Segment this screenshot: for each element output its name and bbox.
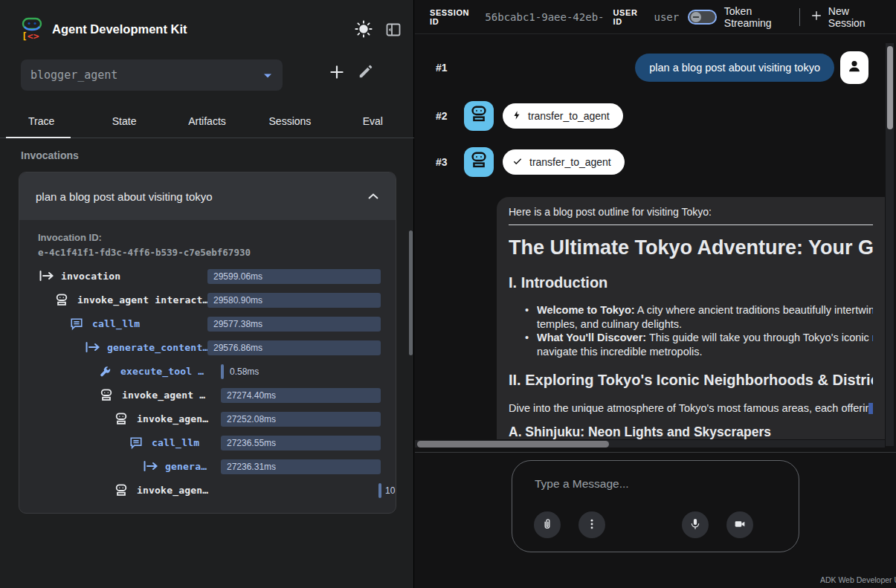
chat-event-agent: #2 transfer_to_agent — [415, 101, 896, 131]
trace-duration-bar — [378, 483, 381, 498]
trace-row[interactable]: generate_content… 29576.86ms — [19, 336, 396, 360]
toggle-knob — [691, 12, 701, 22]
topbar-divider — [799, 8, 800, 26]
message-input[interactable] — [535, 477, 773, 491]
trace-label: generate_content… — [107, 342, 208, 353]
trace-label: call_llm — [92, 318, 140, 329]
chat-viewport: #1 plan a blog post about visiting tokyo… — [415, 34, 896, 452]
sun-icon — [354, 30, 373, 41]
bullet-text: navigate this incredible metropolis. — [537, 345, 873, 359]
check-icon — [512, 156, 523, 169]
videocam-icon — [732, 518, 747, 532]
paragraph-text: Dive into the unique atmosphere of Tokyo… — [509, 402, 873, 414]
event-number: #2 — [436, 110, 455, 122]
enter-arrow-icon — [85, 341, 100, 355]
theme-toggle-button[interactable] — [354, 19, 373, 39]
trace-label: invoke_agent interact… — [77, 294, 209, 306]
trace-row[interactable]: invocation 29599.06ms — [19, 265, 396, 288]
trace-duration-bar: 27274.40ms — [221, 388, 381, 403]
chat-panel: SESSION ID 56bcabc1-9aee-42eb- USER ID u… — [415, 0, 896, 588]
bullet-bold: Welcome to Tokyo: — [537, 304, 635, 316]
chat-event-agent: #3 transfer_to_agent — [415, 147, 896, 177]
intro-bullet-list: Welcome to Tokyo: A city where ancient t… — [525, 303, 873, 358]
trace-duration-text: 0.58ms — [230, 366, 259, 377]
svg-text:[<>: [<> — [22, 30, 39, 41]
chat-event-user: #1 plan a blog post about visiting tokyo — [415, 51, 896, 84]
agent-select[interactable]: blogger_agent — [21, 59, 283, 91]
invocation-title: plan a blog post about visiting tokyo — [36, 190, 213, 203]
function-response-label: transfer_to_agent — [529, 156, 611, 168]
edit-agent-button[interactable] — [358, 63, 374, 80]
trace-label: execute_tool … — [120, 366, 204, 377]
attach-file-button[interactable] — [534, 511, 561, 538]
adk-logo-icon: [<> — [21, 17, 43, 41]
trace-row[interactable]: invoke_agen… 27252.08ms — [19, 407, 396, 431]
message-intro: Here is a blog post outline for visiting… — [509, 206, 873, 218]
robot-icon — [100, 389, 115, 402]
function-response-chip[interactable]: transfer_to_agent — [503, 149, 625, 175]
function-call-chip[interactable]: transfer_to_agent — [503, 103, 623, 129]
trace-row[interactable]: invoke_agent interact… 29580.90ms — [19, 288, 396, 312]
robot-icon — [470, 152, 488, 172]
agent-message-card: Here is a blog post outline for visiting… — [497, 197, 885, 439]
trace-row[interactable]: call_llm 29577.38ms — [19, 312, 396, 336]
chat-vertical-scrollbar-track[interactable] — [886, 43, 894, 446]
left-panel-scrollbar[interactable] — [409, 230, 413, 355]
invocation-card-header[interactable]: plan a blog post about visiting tokyo — [19, 172, 396, 220]
token-streaming-label: Token Streaming — [724, 5, 799, 29]
side-panel-icon — [384, 30, 402, 41]
invocation-id-label: Invocation ID: — [38, 230, 251, 245]
robot-icon — [470, 106, 488, 126]
trace-label: call_llm — [152, 437, 199, 448]
message-input-section: ADK Web Developer UI — [415, 452, 896, 588]
trace-duration-bar: 27236.31ms — [221, 459, 381, 474]
pencil-icon — [358, 71, 374, 82]
tab-eval[interactable]: Eval — [332, 104, 414, 138]
footer-note: ADK Web Developer UI — [820, 575, 896, 584]
chat-bubble-icon — [70, 317, 85, 331]
tab-trace[interactable]: Trace — [0, 104, 83, 138]
trace-panel: [<> Agent Development Kit — [0, 0, 414, 588]
token-streaming-toggle[interactable] — [688, 10, 717, 25]
session-id-label: SESSION ID — [430, 8, 479, 26]
robot-icon — [115, 413, 129, 426]
add-session-button[interactable] — [327, 62, 347, 82]
message-input-box[interactable] — [512, 460, 799, 552]
event-number: #3 — [436, 156, 455, 168]
microphone-button[interactable] — [682, 511, 709, 538]
collapse-panel-button[interactable] — [384, 21, 402, 39]
trace-row[interactable]: invoke_agen… 10 — [19, 479, 396, 503]
trace-row[interactable]: invoke_agent … 27274.40ms — [19, 384, 396, 407]
tab-sessions[interactable]: Sessions — [248, 104, 331, 138]
person-icon — [846, 58, 863, 77]
user-id-value: user — [654, 11, 679, 23]
more-options-button[interactable] — [578, 511, 605, 538]
invocation-id-value: e-4c1f41f1-fd3c-4ff6-b539-c7e5ebf67930 — [38, 245, 251, 260]
trace-duration-bar: 27236.55ms — [221, 436, 381, 450]
trace-duration-bar: 29580.90ms — [207, 293, 381, 308]
trace-row[interactable]: call_llm 27236.55ms — [19, 431, 396, 455]
enter-arrow-icon — [39, 270, 54, 283]
tab-artifacts[interactable]: Artifacts — [166, 104, 248, 138]
paperclip-icon — [541, 517, 554, 533]
new-session-button[interactable]: New Session — [810, 5, 886, 29]
trace-row[interactable]: genera… 27236.31ms — [19, 455, 396, 479]
plus-icon — [327, 73, 347, 84]
section-heading-introduction: I. Introduction — [509, 274, 873, 291]
microphone-icon — [689, 517, 702, 534]
chevron-up-icon — [367, 190, 379, 203]
invocations-label: Invocations — [21, 149, 79, 161]
app-title: Agent Development Kit — [52, 22, 187, 36]
blog-title-heading: The Ultimate Tokyo Adventure: Your Gu — [509, 236, 873, 259]
chat-horizontal-scrollbar-thumb[interactable] — [417, 441, 609, 448]
list-item: What You'll Discover: This guide will ta… — [525, 331, 873, 358]
bullet-text: A city where ancient traditions beautifu… — [635, 304, 873, 316]
plus-icon — [810, 10, 822, 24]
video-button[interactable] — [726, 511, 753, 538]
tab-state[interactable]: State — [83, 104, 165, 138]
trace-row[interactable]: execute_tool … 0.58ms — [19, 360, 396, 384]
bolt-icon — [512, 109, 522, 123]
chat-vertical-scrollbar-thumb[interactable] — [887, 46, 893, 129]
message-divider — [509, 224, 873, 225]
chat-horizontal-scrollbar-track[interactable] — [415, 440, 885, 448]
